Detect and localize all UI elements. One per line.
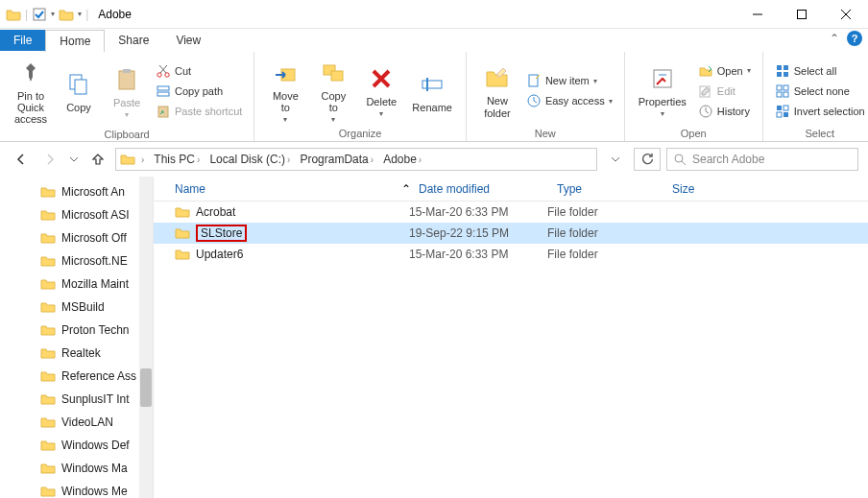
- breadcrumb[interactable]: This PC ›: [150, 153, 204, 166]
- breadcrumb[interactable]: ›: [137, 154, 148, 165]
- table-row[interactable]: SLStore19-Sep-22 9:15 PMFile folder: [154, 223, 868, 244]
- minimize-button[interactable]: [735, 0, 780, 29]
- cut-button[interactable]: Cut: [152, 61, 246, 81]
- ribbon-group-clipboard: Pin to Quick access Copy Paste ▾: [0, 52, 254, 141]
- tree-item[interactable]: Microsoft.NE: [38, 249, 153, 273]
- folder-icon: [175, 204, 190, 220]
- folder-icon: [40, 461, 56, 476]
- maximize-button[interactable]: [780, 0, 824, 29]
- new-item-button[interactable]: New item ▾: [522, 71, 616, 90]
- cell-type: File folder: [540, 248, 655, 261]
- copy-path-icon: [156, 83, 171, 99]
- invert-selection-button[interactable]: Invert selection: [771, 102, 868, 121]
- tree-item[interactable]: Microsoft ASI: [38, 203, 153, 226]
- navigation-tree[interactable]: Microsoft AnMicrosoft ASIMicrosoft OffMi…: [0, 177, 154, 498]
- tree-item[interactable]: SunplusIT Int: [38, 388, 153, 411]
- tree-item[interactable]: Reference Ass: [38, 365, 153, 388]
- table-row[interactable]: Acrobat15-Mar-20 6:33 PMFile folder: [154, 202, 868, 223]
- address-box[interactable]: › This PC › Local Disk (C:) › ProgramDat…: [115, 148, 597, 171]
- tree-item[interactable]: Windows Def: [38, 434, 153, 457]
- tree-item[interactable]: Windows Ma: [38, 457, 153, 480]
- tree-item-label: Microsoft An: [61, 185, 125, 199]
- properties-button[interactable]: Properties ▾: [633, 61, 692, 120]
- cell-name: Acrobat: [154, 204, 401, 220]
- column-header-size[interactable]: Size: [664, 182, 760, 196]
- delete-button[interactable]: Delete ▾: [358, 61, 404, 120]
- tab-share[interactable]: Share: [105, 30, 162, 51]
- checkbox-qat-icon[interactable]: [32, 7, 47, 22]
- new-folder-button[interactable]: New folder: [474, 60, 520, 120]
- column-header-type[interactable]: Type: [549, 182, 664, 196]
- tab-file[interactable]: File: [0, 30, 45, 51]
- address-dropdown-button[interactable]: [603, 154, 628, 164]
- copy-to-button[interactable]: Copy to ▾: [310, 56, 356, 126]
- svg-rect-23: [777, 72, 782, 77]
- easy-access-button[interactable]: Easy access ▾: [522, 91, 616, 110]
- search-input[interactable]: Search Adobe: [666, 148, 858, 171]
- breadcrumb[interactable]: Adobe ›: [379, 153, 425, 166]
- tree-item[interactable]: Microsoft Off: [38, 226, 153, 249]
- close-button[interactable]: [824, 0, 868, 29]
- back-button[interactable]: [10, 148, 33, 171]
- edit-button[interactable]: Edit: [694, 82, 755, 101]
- folder-icon: [40, 299, 56, 315]
- folder-icon: [40, 368, 56, 384]
- svg-rect-8: [157, 86, 169, 90]
- select-all-button[interactable]: Select all: [771, 61, 868, 81]
- refresh-button[interactable]: [634, 148, 661, 171]
- chevron-down-icon: ▾: [283, 115, 287, 124]
- edit-icon: [698, 83, 713, 99]
- column-header-name[interactable]: Name: [154, 182, 401, 196]
- copy-button[interactable]: Copy: [56, 67, 102, 115]
- svg-rect-26: [784, 85, 788, 90]
- tree-scrollbar[interactable]: [139, 177, 153, 498]
- scissors-icon: [156, 63, 171, 79]
- svg-rect-25: [777, 85, 782, 90]
- recent-locations-button[interactable]: [67, 148, 81, 171]
- ribbon-group-label: Open: [633, 126, 755, 139]
- tree-item-label: Reference Ass: [61, 369, 136, 383]
- svg-rect-5: [123, 69, 131, 73]
- folder-icon: [40, 345, 56, 361]
- history-button[interactable]: History: [694, 102, 755, 121]
- tree-item[interactable]: Mozilla Maint: [38, 273, 153, 296]
- tab-view[interactable]: View: [162, 30, 214, 51]
- rename-button[interactable]: Rename: [406, 67, 458, 115]
- breadcrumb[interactable]: Local Disk (C:) ›: [205, 153, 294, 166]
- invert-selection-icon: [775, 104, 790, 119]
- column-header-date[interactable]: Date modified: [411, 182, 549, 196]
- table-row[interactable]: Updater615-Mar-20 6:33 PMFile folder: [154, 244, 868, 265]
- qat-dropdown-icon[interactable]: ▾: [51, 10, 55, 18]
- tree-item[interactable]: Realtek: [38, 342, 153, 365]
- tree-item[interactable]: MSBuild: [38, 296, 153, 319]
- select-none-button[interactable]: Select none: [771, 82, 868, 101]
- tree-item-label: VideoLAN: [61, 415, 113, 429]
- breadcrumb[interactable]: ProgramData ›: [296, 153, 377, 166]
- up-button[interactable]: [86, 148, 109, 171]
- tree-item[interactable]: VideoLAN: [38, 411, 153, 434]
- folder-icon: [40, 322, 56, 338]
- pin-icon: [15, 58, 46, 88]
- folder-icon: [6, 7, 21, 22]
- pin-to-quick-access-button[interactable]: Pin to Quick access: [8, 56, 54, 127]
- folder-icon: [40, 276, 56, 292]
- chevron-down-icon: ▾: [593, 77, 597, 85]
- file-name: Acrobat: [196, 205, 235, 219]
- qat-dropdown2-icon[interactable]: ▾: [78, 10, 82, 18]
- tree-item[interactable]: Microsoft An: [38, 180, 153, 203]
- svg-point-7: [165, 73, 169, 77]
- scrollbar-thumb[interactable]: [140, 368, 152, 407]
- tree-item[interactable]: Windows Me: [38, 480, 153, 498]
- paste-button[interactable]: Paste ▾: [104, 62, 150, 121]
- move-to-button[interactable]: Move to ▾: [262, 56, 308, 126]
- open-button[interactable]: Open ▾: [694, 61, 755, 81]
- tree-item-label: SunplusIT Int: [61, 392, 130, 406]
- help-icon[interactable]: ?: [847, 31, 862, 46]
- tab-home[interactable]: Home: [45, 30, 105, 52]
- forward-button[interactable]: [38, 148, 61, 171]
- paste-shortcut-button[interactable]: Paste shortcut: [152, 102, 246, 121]
- svg-rect-3: [75, 80, 86, 94]
- ribbon-collapse-icon[interactable]: ⌃: [830, 32, 839, 45]
- tree-item[interactable]: Proton Techn: [38, 319, 153, 342]
- copy-path-button[interactable]: Copy path: [152, 82, 246, 101]
